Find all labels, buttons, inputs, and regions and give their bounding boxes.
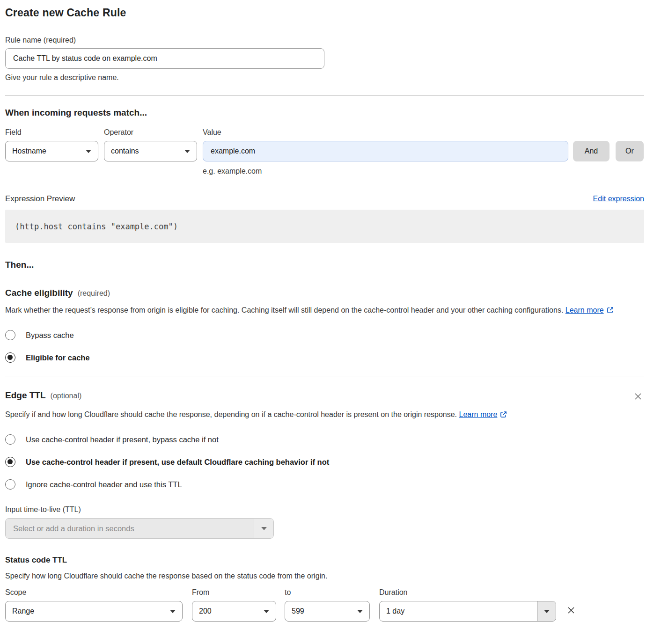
chevron-down-icon	[170, 610, 176, 613]
value-label: Value	[203, 128, 568, 137]
ttl-duration-placeholder: Select or add a duration in seconds	[6, 524, 254, 533]
edit-expression-link[interactable]: Edit expression	[593, 195, 644, 203]
edge-ttl-close-icon[interactable]	[632, 390, 644, 404]
match-row: Field Hostname Operator contains Value e…	[5, 128, 644, 176]
to-label: to	[285, 588, 370, 597]
from-select-value: 200	[199, 607, 264, 615]
chevron-down-icon	[357, 610, 363, 613]
duration-dropdown-button[interactable]	[537, 601, 556, 621]
radio-label: Ignore cache-control header and use this…	[26, 480, 182, 489]
and-button[interactable]: And	[573, 141, 610, 161]
radio-label: Eligible for cache	[26, 353, 90, 362]
field-select-value: Hostname	[12, 147, 86, 155]
operator-select[interactable]: contains	[104, 141, 197, 161]
chevron-down-icon	[264, 610, 269, 613]
chevron-down-icon	[261, 527, 267, 530]
match-heading: When incoming requests match...	[5, 108, 644, 118]
external-link-icon	[500, 409, 507, 422]
radio-ignore-cc[interactable]: Ignore cache-control header and use this…	[5, 479, 644, 490]
radio-eligible-for-cache[interactable]: Eligible for cache	[5, 352, 644, 363]
create-cache-rule-page: Create new Cache Rule Rule name (require…	[0, 0, 661, 622]
status-code-ttl-heading: Status code TTL	[5, 556, 644, 565]
field-label: Field	[5, 128, 98, 137]
to-select[interactable]: 599	[285, 601, 370, 622]
cache-eligibility-heading: Cache eligibility	[5, 288, 73, 298]
operator-label: Operator	[104, 128, 197, 137]
chevron-down-icon	[86, 150, 91, 153]
section-divider	[5, 376, 644, 376]
to-select-value: 599	[292, 607, 357, 615]
from-select[interactable]: 200	[192, 601, 276, 622]
duration-select-value: 1 day	[380, 601, 537, 621]
ttl-duration-dropdown-button[interactable]	[254, 519, 273, 538]
cache-eligibility-required-tag: (required)	[78, 289, 110, 298]
edge-ttl-heading: Edge TTL	[5, 390, 46, 401]
expression-code: (http.host contains "example.com")	[15, 222, 178, 231]
radio-circle-icon[interactable]	[5, 434, 15, 445]
radio-label: Use cache-control header if present, use…	[26, 458, 329, 467]
expression-code-block: (http.host contains "example.com")	[5, 210, 644, 243]
chevron-down-icon	[184, 150, 190, 153]
radio-circle-icon[interactable]	[5, 352, 15, 363]
duration-select[interactable]: 1 day	[379, 601, 556, 622]
radio-label: Bypass cache	[26, 331, 74, 340]
expression-preview-label: Expression Preview	[5, 194, 75, 204]
page-title: Create new Cache Rule	[5, 7, 644, 19]
rule-name-label: Rule name (required)	[5, 36, 644, 44]
rule-name-help: Give your rule a descriptive name.	[5, 73, 644, 82]
radio-bypass-cache[interactable]: Bypass cache	[5, 330, 644, 340]
ttl-input-label: Input time-to-live (TTL)	[5, 505, 644, 514]
cache-eligibility-learn-more-link[interactable]: Learn more	[566, 306, 604, 314]
value-hint: e.g. example.com	[203, 167, 568, 176]
cache-eligibility-description: Mark whether the request’s response from…	[5, 304, 632, 318]
section-divider	[5, 95, 644, 95]
edge-ttl-optional-tag: (optional)	[51, 392, 82, 400]
status-code-ttl-row: Scope Range From 200 to 599 Duration 1 d…	[5, 588, 644, 622]
chevron-down-icon	[544, 610, 550, 613]
radio-circle-icon[interactable]	[5, 330, 15, 340]
ttl-duration-select[interactable]: Select or add a duration in seconds	[5, 518, 274, 539]
external-link-icon	[607, 305, 614, 318]
radio-circle-icon[interactable]	[5, 479, 15, 490]
scope-label: Scope	[5, 588, 183, 597]
duration-label: Duration	[379, 588, 556, 597]
edge-ttl-description: Specify if and how long Cloudflare shoul…	[5, 408, 520, 422]
value-input[interactable]	[203, 141, 568, 161]
scope-select[interactable]: Range	[5, 601, 183, 622]
or-button[interactable]: Or	[616, 141, 644, 161]
scope-select-value: Range	[12, 607, 170, 615]
rule-name-input[interactable]	[5, 48, 324, 69]
from-label: From	[192, 588, 276, 597]
field-select[interactable]: Hostname	[5, 141, 98, 161]
radio-use-cc-default[interactable]: Use cache-control header if present, use…	[5, 457, 644, 467]
edge-ttl-learn-more-link[interactable]: Learn more	[459, 410, 498, 418]
status-code-ttl-description: Specify how long Cloudflare should cache…	[5, 570, 632, 583]
radio-use-cc-bypass[interactable]: Use cache-control header if present, byp…	[5, 434, 644, 445]
operator-select-value: contains	[111, 147, 184, 155]
then-heading: Then...	[5, 260, 644, 270]
status-row-delete-icon[interactable]	[566, 606, 576, 617]
radio-label: Use cache-control header if present, byp…	[26, 435, 219, 444]
radio-circle-icon[interactable]	[5, 457, 15, 467]
